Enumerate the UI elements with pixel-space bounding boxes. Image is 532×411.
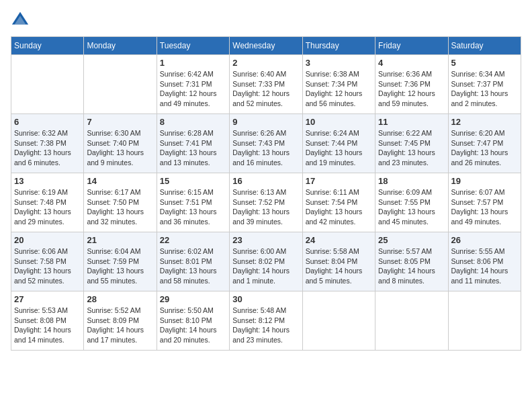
- day-info: Sunrise: 6:36 AM Sunset: 7:36 PM Dayligh…: [378, 69, 445, 109]
- day-number: 24: [306, 235, 372, 245]
- day-number: 17: [306, 176, 372, 186]
- day-number: 19: [451, 176, 518, 186]
- calendar-day-cell: [84, 55, 157, 114]
- weekday-header: Friday: [375, 37, 448, 55]
- calendar-day-cell: 2Sunrise: 6:40 AM Sunset: 7:33 PM Daylig…: [230, 55, 302, 114]
- calendar-day-cell: 29Sunrise: 5:50 AM Sunset: 8:10 PM Dayli…: [157, 291, 229, 351]
- day-info: Sunrise: 6:42 AM Sunset: 7:31 PM Dayligh…: [160, 69, 226, 109]
- day-number: 4: [378, 58, 445, 68]
- day-number: 29: [160, 294, 226, 304]
- calendar-day-cell: 14Sunrise: 6:17 AM Sunset: 7:50 PM Dayli…: [84, 173, 157, 232]
- weekday-header: Monday: [84, 37, 157, 55]
- day-info: Sunrise: 6:07 AM Sunset: 7:57 PM Dayligh…: [451, 187, 518, 227]
- calendar-week-row: 6Sunrise: 6:32 AM Sunset: 7:38 PM Daylig…: [11, 114, 521, 173]
- weekday-header: Thursday: [302, 37, 375, 55]
- calendar-day-cell: 8Sunrise: 6:28 AM Sunset: 7:41 PM Daylig…: [157, 114, 229, 173]
- calendar-week-row: 1Sunrise: 6:42 AM Sunset: 7:31 PM Daylig…: [11, 55, 521, 114]
- calendar-day-cell: 26Sunrise: 5:55 AM Sunset: 8:06 PM Dayli…: [448, 232, 521, 291]
- day-info: Sunrise: 6:19 AM Sunset: 7:48 PM Dayligh…: [14, 187, 81, 227]
- day-number: 10: [306, 117, 372, 127]
- day-info: Sunrise: 6:30 AM Sunset: 7:40 PM Dayligh…: [87, 128, 153, 168]
- day-info: Sunrise: 5:52 AM Sunset: 8:09 PM Dayligh…: [87, 306, 153, 345]
- calendar-day-cell: [375, 291, 448, 351]
- day-info: Sunrise: 5:57 AM Sunset: 8:05 PM Dayligh…: [378, 246, 445, 286]
- weekday-header: Wednesday: [230, 37, 302, 55]
- day-number: 11: [378, 117, 445, 127]
- calendar-week-row: 27Sunrise: 5:53 AM Sunset: 8:08 PM Dayli…: [11, 291, 521, 351]
- weekday-header: Tuesday: [157, 37, 229, 55]
- day-info: Sunrise: 6:09 AM Sunset: 7:55 PM Dayligh…: [378, 187, 445, 227]
- day-info: Sunrise: 6:34 AM Sunset: 7:37 PM Dayligh…: [451, 69, 518, 109]
- calendar-day-cell: 30Sunrise: 5:48 AM Sunset: 8:12 PM Dayli…: [230, 291, 302, 351]
- calendar-day-cell: 7Sunrise: 6:30 AM Sunset: 7:40 PM Daylig…: [84, 114, 157, 173]
- day-info: Sunrise: 6:38 AM Sunset: 7:34 PM Dayligh…: [306, 69, 372, 109]
- day-info: Sunrise: 6:32 AM Sunset: 7:38 PM Dayligh…: [14, 128, 81, 168]
- calendar-day-cell: 5Sunrise: 6:34 AM Sunset: 7:37 PM Daylig…: [448, 55, 521, 114]
- calendar-day-cell: 13Sunrise: 6:19 AM Sunset: 7:48 PM Dayli…: [11, 173, 84, 232]
- day-info: Sunrise: 6:04 AM Sunset: 7:59 PM Dayligh…: [87, 246, 153, 286]
- calendar-day-cell: 18Sunrise: 6:09 AM Sunset: 7:55 PM Dayli…: [375, 173, 448, 232]
- day-number: 1: [160, 58, 226, 68]
- calendar-header-row: SundayMondayTuesdayWednesdayThursdayFrid…: [11, 37, 521, 55]
- day-info: Sunrise: 6:02 AM Sunset: 8:01 PM Dayligh…: [160, 246, 226, 286]
- logo: [11, 11, 32, 30]
- day-number: 16: [232, 176, 299, 186]
- calendar-day-cell: 15Sunrise: 6:15 AM Sunset: 7:51 PM Dayli…: [157, 173, 229, 232]
- calendar-day-cell: 3Sunrise: 6:38 AM Sunset: 7:34 PM Daylig…: [302, 55, 375, 114]
- calendar-day-cell: 12Sunrise: 6:20 AM Sunset: 7:47 PM Dayli…: [448, 114, 521, 173]
- day-info: Sunrise: 5:48 AM Sunset: 8:12 PM Dayligh…: [232, 306, 299, 345]
- day-number: 8: [160, 117, 226, 127]
- day-info: Sunrise: 6:40 AM Sunset: 7:33 PM Dayligh…: [232, 69, 299, 109]
- day-number: 23: [232, 235, 299, 245]
- calendar-day-cell: 19Sunrise: 6:07 AM Sunset: 7:57 PM Dayli…: [448, 173, 521, 232]
- day-info: Sunrise: 5:53 AM Sunset: 8:08 PM Dayligh…: [14, 306, 81, 345]
- day-info: Sunrise: 5:58 AM Sunset: 8:04 PM Dayligh…: [306, 246, 372, 286]
- day-info: Sunrise: 6:00 AM Sunset: 8:02 PM Dayligh…: [232, 246, 299, 286]
- day-number: 30: [232, 294, 299, 304]
- calendar-day-cell: 28Sunrise: 5:52 AM Sunset: 8:09 PM Dayli…: [84, 291, 157, 351]
- day-number: 20: [14, 235, 81, 245]
- day-number: 7: [87, 117, 153, 127]
- day-info: Sunrise: 6:24 AM Sunset: 7:44 PM Dayligh…: [306, 128, 372, 168]
- day-info: Sunrise: 6:28 AM Sunset: 7:41 PM Dayligh…: [160, 128, 226, 168]
- calendar-day-cell: 9Sunrise: 6:26 AM Sunset: 7:43 PM Daylig…: [230, 114, 302, 173]
- day-info: Sunrise: 6:13 AM Sunset: 7:52 PM Dayligh…: [232, 187, 299, 227]
- calendar-week-row: 20Sunrise: 6:06 AM Sunset: 7:58 PM Dayli…: [11, 232, 521, 291]
- day-number: 18: [378, 176, 445, 186]
- calendar-table: SundayMondayTuesdayWednesdayThursdayFrid…: [11, 36, 521, 351]
- day-info: Sunrise: 6:20 AM Sunset: 7:47 PM Dayligh…: [451, 128, 518, 168]
- calendar-day-cell: 6Sunrise: 6:32 AM Sunset: 7:38 PM Daylig…: [11, 114, 84, 173]
- calendar-day-cell: 24Sunrise: 5:58 AM Sunset: 8:04 PM Dayli…: [302, 232, 375, 291]
- calendar-day-cell: [302, 291, 375, 351]
- calendar-day-cell: 16Sunrise: 6:13 AM Sunset: 7:52 PM Dayli…: [230, 173, 302, 232]
- calendar-day-cell: 1Sunrise: 6:42 AM Sunset: 7:31 PM Daylig…: [157, 55, 229, 114]
- calendar-day-cell: [448, 291, 521, 351]
- logo-icon: [11, 11, 30, 30]
- page-header: [11, 11, 521, 30]
- calendar-day-cell: 20Sunrise: 6:06 AM Sunset: 7:58 PM Dayli…: [11, 232, 84, 291]
- day-info: Sunrise: 6:17 AM Sunset: 7:50 PM Dayligh…: [87, 187, 153, 227]
- calendar-day-cell: 11Sunrise: 6:22 AM Sunset: 7:45 PM Dayli…: [375, 114, 448, 173]
- calendar-day-cell: 21Sunrise: 6:04 AM Sunset: 7:59 PM Dayli…: [84, 232, 157, 291]
- day-info: Sunrise: 6:11 AM Sunset: 7:54 PM Dayligh…: [306, 187, 372, 227]
- day-number: 14: [87, 176, 153, 186]
- day-info: Sunrise: 6:26 AM Sunset: 7:43 PM Dayligh…: [232, 128, 299, 168]
- day-number: 5: [451, 58, 518, 68]
- calendar-day-cell: 25Sunrise: 5:57 AM Sunset: 8:05 PM Dayli…: [375, 232, 448, 291]
- day-number: 21: [87, 235, 153, 245]
- day-number: 27: [14, 294, 81, 304]
- weekday-header: Saturday: [448, 37, 521, 55]
- day-number: 15: [160, 176, 226, 186]
- day-number: 22: [160, 235, 226, 245]
- calendar-day-cell: 4Sunrise: 6:36 AM Sunset: 7:36 PM Daylig…: [375, 55, 448, 114]
- day-info: Sunrise: 5:55 AM Sunset: 8:06 PM Dayligh…: [451, 246, 518, 286]
- day-number: 26: [451, 235, 518, 245]
- calendar-week-row: 13Sunrise: 6:19 AM Sunset: 7:48 PM Dayli…: [11, 173, 521, 232]
- day-info: Sunrise: 6:15 AM Sunset: 7:51 PM Dayligh…: [160, 187, 226, 227]
- day-info: Sunrise: 6:22 AM Sunset: 7:45 PM Dayligh…: [378, 128, 445, 168]
- day-info: Sunrise: 6:06 AM Sunset: 7:58 PM Dayligh…: [14, 246, 81, 286]
- weekday-header: Sunday: [11, 37, 84, 55]
- day-number: 12: [451, 117, 518, 127]
- day-number: 3: [306, 58, 372, 68]
- day-info: Sunrise: 5:50 AM Sunset: 8:10 PM Dayligh…: [160, 306, 226, 345]
